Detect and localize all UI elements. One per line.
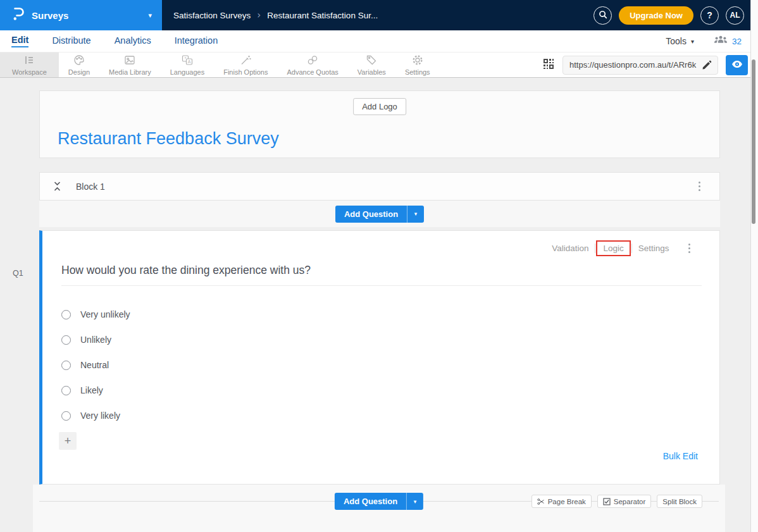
split-block-label: Split Block	[662, 498, 697, 505]
checkbox-checked-icon	[603, 498, 611, 505]
toolbar-right	[542, 53, 748, 77]
add-question-dropdown-caret-bottom[interactable]: ▾	[406, 493, 423, 510]
toolbar-item-finish-options[interactable]: Finish Options	[214, 53, 277, 77]
option-row[interactable]: Very unlikely	[61, 302, 130, 327]
edit-url-pencil-icon[interactable]	[702, 59, 712, 70]
radio-icon[interactable]	[61, 386, 71, 395]
questionpro-logo-icon	[11, 6, 25, 24]
scissors-icon	[537, 498, 545, 505]
radio-icon[interactable]	[61, 310, 71, 319]
product-switcher[interactable]: Surveys ▾	[0, 0, 162, 30]
image-icon	[123, 54, 136, 66]
survey-url-input[interactable]	[569, 60, 702, 70]
option-label[interactable]: Unlikely	[80, 335, 111, 345]
add-logo-button[interactable]: Add Logo	[353, 98, 406, 115]
question-meta-links: Validation Logic Settings	[545, 240, 694, 256]
option-row[interactable]: Very likely	[61, 403, 130, 428]
top-bar: Surveys ▾ Satisfaction Surveys › Restaur…	[0, 0, 758, 30]
separator-button[interactable]: Separator	[597, 495, 652, 508]
collapse-block-icon[interactable]	[53, 181, 62, 192]
bulk-edit-link[interactable]: Bulk Edit	[663, 451, 698, 461]
option-label[interactable]: Likely	[80, 385, 103, 395]
divider	[595, 244, 595, 253]
chain-links-icon	[306, 54, 319, 66]
nav-right-actions: Tools ▾ 32	[666, 35, 758, 47]
add-option-button[interactable]: +	[59, 432, 77, 450]
collaborators-button[interactable]: 32	[714, 35, 742, 47]
toolbar-item-settings[interactable]: Settings	[395, 53, 440, 77]
question-menu-kebab-icon[interactable]	[685, 241, 695, 256]
question-card: Validation Logic Settings How would you …	[39, 230, 720, 485]
avatar[interactable]: AL	[726, 6, 744, 25]
toolbar-item-languages[interactable]: A* Languages	[161, 53, 214, 77]
add-question-button-bottom[interactable]: Add Question	[335, 493, 406, 510]
option-label[interactable]: Neutral	[80, 360, 109, 370]
upgrade-now-button[interactable]: Upgrade Now	[619, 6, 693, 25]
topbar-actions: Upgrade Now ? AL	[593, 6, 758, 25]
breadcrumb-survey-name[interactable]: Restaurant Satisfaction Sur...	[267, 11, 378, 20]
qr-code-icon	[542, 58, 555, 70]
search-button[interactable]	[593, 6, 612, 25]
svg-text:A: A	[188, 59, 191, 64]
page-break-button[interactable]: Page Break	[531, 495, 592, 508]
answer-options: Very unlikely Unlikely Neutral Likely Ve…	[61, 302, 130, 428]
radio-icon[interactable]	[61, 411, 71, 421]
survey-header-card: Add Logo Restaurant Feedback Survey	[39, 90, 720, 158]
qr-code-button[interactable]	[542, 58, 555, 73]
option-row[interactable]: Neutral	[61, 352, 130, 378]
help-button[interactable]: ?	[700, 6, 719, 25]
block-menu-kebab-icon[interactable]	[695, 179, 705, 194]
chevron-down-icon: ▾	[691, 38, 694, 45]
product-name: Surveys	[32, 10, 68, 21]
block-header: Block 1	[39, 172, 720, 201]
breadcrumb-folder[interactable]: Satisfaction Surveys	[173, 11, 251, 20]
preview-survey-button[interactable]	[726, 55, 748, 75]
collaborators-icon	[714, 35, 728, 47]
breadcrumb-separator-icon: ›	[251, 9, 267, 21]
add-question-row-top: Add Question ▾	[39, 201, 720, 227]
logic-link-highlighted[interactable]: Logic	[596, 240, 630, 256]
radio-icon[interactable]	[61, 361, 71, 370]
tools-label: Tools	[666, 36, 687, 46]
page-break-label: Page Break	[548, 498, 586, 505]
tab-integration[interactable]: Integration	[175, 35, 218, 47]
survey-toolbar: Workspace Design Media Library A* Langua…	[0, 52, 758, 78]
block-footer-actions: Page Break Separator Split Block	[531, 495, 702, 508]
add-question-button[interactable]: Add Question	[335, 206, 407, 223]
vertical-scrollbar-thumb[interactable]	[752, 59, 755, 224]
option-row[interactable]: Unlikely	[61, 327, 130, 352]
toolbar-item-variables[interactable]: Variables	[348, 53, 395, 77]
magic-wand-icon	[239, 54, 252, 66]
toolbar-item-workspace[interactable]: Workspace	[0, 53, 59, 77]
block-name[interactable]: Block 1	[76, 182, 105, 192]
gear-icon	[411, 54, 424, 66]
option-label[interactable]: Very unlikely	[80, 309, 130, 319]
add-question-dropdown-caret[interactable]: ▾	[407, 206, 424, 223]
module-tabs: Edit Distribute Analytics Integration	[0, 35, 218, 47]
validation-link[interactable]: Validation	[545, 241, 595, 256]
tab-analytics[interactable]: Analytics	[115, 35, 151, 47]
vertical-scrollbar-track[interactable]	[750, 0, 758, 532]
breadcrumb: Satisfaction Surveys › Restaurant Satisf…	[173, 9, 378, 21]
split-block-button[interactable]: Split Block	[657, 495, 702, 508]
toolbar-item-design[interactable]: Design	[59, 53, 99, 77]
collaborators-count: 32	[732, 37, 742, 46]
toolbar-item-advance-quotas[interactable]: Advance Quotas	[277, 53, 347, 77]
tab-distribute[interactable]: Distribute	[52, 35, 90, 47]
search-icon	[598, 9, 608, 22]
option-label[interactable]: Very likely	[80, 411, 120, 421]
settings-link[interactable]: Settings	[632, 241, 676, 256]
survey-title[interactable]: Restaurant Feedback Survey	[58, 129, 279, 149]
workspace-icon	[23, 54, 35, 66]
toolbar-item-media-library[interactable]: Media Library	[99, 53, 161, 77]
option-row[interactable]: Likely	[61, 378, 130, 403]
tools-dropdown[interactable]: Tools ▾	[666, 36, 694, 46]
block-footer-panel: Add Question ▾ Page Break Separator Spli…	[33, 485, 725, 532]
radio-icon[interactable]	[61, 335, 71, 345]
tag-icon	[365, 54, 378, 66]
module-tab-bar: Edit Distribute Analytics Integration To…	[0, 30, 758, 52]
question-text[interactable]: How would you rate the dining experience…	[61, 264, 311, 277]
palette-icon	[73, 54, 85, 66]
tab-edit[interactable]: Edit	[11, 35, 28, 47]
add-question-split-button-bottom: Add Question ▾	[335, 493, 423, 510]
